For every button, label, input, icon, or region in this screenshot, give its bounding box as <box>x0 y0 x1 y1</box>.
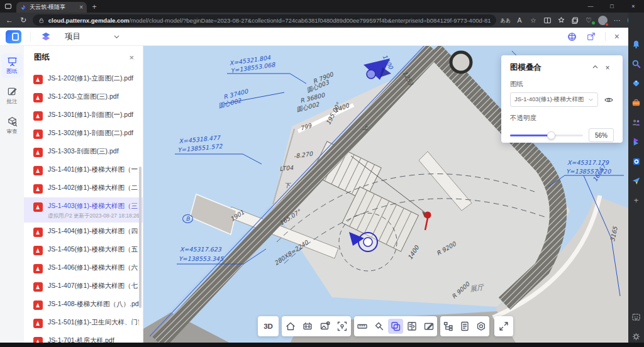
list-item[interactable]: JS-1-501(修1)-卫生间大样、门窗... <box>24 314 143 332</box>
pdf-icon <box>33 319 43 328</box>
drawing-list: JS-1-202(修1)-立面图(二).pdfJS-1-203-立面图(三).p… <box>24 70 143 347</box>
review-icon <box>7 116 18 127</box>
pdf-icon <box>33 228 43 237</box>
file-name: JS-1-303-剖面图(三).pdf <box>48 147 139 156</box>
opacity-slider[interactable] <box>510 130 583 140</box>
panel-close-icon[interactable]: × <box>129 53 134 62</box>
translate-icon[interactable]: ああ <box>499 17 513 24</box>
nav-item-drawings[interactable]: 图纸 <box>1 53 23 78</box>
list-item[interactable]: JS-1-403(修1)-楼梯大样图（三）...虚拟用户2 更新于2023-08… <box>24 197 143 223</box>
messenger-icon[interactable] <box>631 175 641 186</box>
visibility-eye-icon[interactable] <box>604 96 614 104</box>
lock-icon <box>38 17 45 24</box>
settings-menu-icon[interactable]: ⋯ <box>610 16 624 24</box>
profile-badge <box>605 23 609 26</box>
list-item[interactable]: JS-1-401(修1)-楼梯大样图（一）... <box>24 161 143 179</box>
sidebar-settings-gear-icon[interactable] <box>631 331 641 342</box>
viewpoint-snapshot-button[interactable] <box>318 319 333 334</box>
new-tab-button[interactable]: + <box>87 3 102 13</box>
refresh-button[interactable]: ↻ <box>16 16 30 25</box>
markup-drawing-button[interactable] <box>421 319 436 334</box>
fullscreen-button[interactable] <box>496 319 511 334</box>
model-viewport[interactable]: X=45321.804Y=138553.068R 37400圆心002R 790… <box>143 46 628 347</box>
home-view-button[interactable] <box>283 319 298 334</box>
list-item[interactable]: JS-1-406(修1)-楼梯大样图（六）... <box>24 259 143 277</box>
properties-list-button[interactable] <box>457 319 472 334</box>
address-bar[interactable]: cloud.patternx.gemdale.com/model/cloud-m… <box>33 14 496 26</box>
sheet-dropdown[interactable]: JS-1-403(修1)-楼梯大样图（三... <box>510 92 598 107</box>
file-name: JS-1-301(修1)-剖面图(一).pdf <box>48 111 139 119</box>
window-maximize-button[interactable]: □ <box>601 0 623 13</box>
list-item[interactable]: JS-1-407(修1)-楼梯大样图（七）... <box>24 277 143 295</box>
roam-button[interactable] <box>300 319 315 334</box>
search-icon[interactable] <box>631 58 641 69</box>
list-item[interactable]: JS-1-203-立面图(三).pdf <box>24 88 143 106</box>
list-item[interactable]: JS-1-405(修1)-楼梯大样图（五）... <box>24 241 143 259</box>
project-layers-icon <box>41 31 51 41</box>
sidebar-apps-icon[interactable] <box>631 312 641 322</box>
add-sidebar-app-icon[interactable]: + <box>631 195 641 206</box>
list-scrollbar[interactable] <box>139 167 142 308</box>
app-top-bar: 项目 × <box>0 28 628 46</box>
project-selector[interactable]: 项目 <box>38 31 123 42</box>
opacity-slider-handle[interactable] <box>547 131 555 140</box>
notifications-bell-icon[interactable] <box>631 39 641 50</box>
nav-item-annotations[interactable]: 批注 <box>1 84 23 108</box>
favorites-bar-icon[interactable] <box>554 16 568 25</box>
collapse-caret-icon[interactable] <box>589 63 601 72</box>
profile-avatar[interactable] <box>598 16 608 25</box>
measure-button[interactable] <box>355 319 370 334</box>
shopping-badge <box>592 21 595 25</box>
app-logo <box>6 30 21 43</box>
list-item[interactable]: JS-1-301(修1)-剖面图(一).pdf <box>24 106 143 124</box>
file-name: JS-1-401(修1)-楼梯大样图（一）... <box>48 165 139 174</box>
window-close-button[interactable]: × <box>623 0 644 13</box>
locate-button[interactable] <box>335 319 350 334</box>
contacts-icon[interactable] <box>631 117 641 128</box>
list-item[interactable]: JS-1-303-剖面图(三).pdf <box>24 143 143 161</box>
overlay-settings-panel: 图模叠合 × 图纸 JS-1-403(修1)-楼梯大样图（三... 不透明度 <box>501 55 623 143</box>
drawings-icon <box>7 56 18 67</box>
outlook-icon[interactable] <box>631 156 641 167</box>
tag-icon[interactable] <box>631 78 641 89</box>
list-item[interactable]: JS-1-202(修1)-立面图(二).pdf <box>24 70 143 88</box>
browser-tab[interactable]: 天云筑-模随享 × <box>16 2 87 13</box>
app-close-icon[interactable]: × <box>614 31 619 41</box>
overlay-panel-title: 图模叠合 <box>510 62 589 73</box>
nav-label: 审查 <box>7 128 18 136</box>
shopping-icon[interactable]: ♡ <box>582 16 596 24</box>
nav-item-review[interactable]: 审查 <box>1 114 23 138</box>
dynamics-app-icon[interactable] <box>631 136 641 147</box>
overlay-close-icon[interactable]: × <box>601 63 614 72</box>
file-name: JS-1-403(修1)-楼梯大样图（三）... <box>48 202 139 211</box>
read-aloud-icon[interactable]: A <box>513 16 526 24</box>
viewer-settings-button[interactable] <box>474 319 489 334</box>
project-label: 项目 <box>65 31 80 42</box>
list-item[interactable]: JS-1-402(修1)-楼梯大样图（二）... <box>24 179 143 197</box>
mode-3d-button[interactable]: 3D <box>264 322 273 330</box>
favorite-star-icon[interactable]: ☆ <box>526 16 540 24</box>
split-screen-icon[interactable] <box>540 16 554 25</box>
model-tree-button[interactable] <box>441 319 456 334</box>
section-cut-button[interactable] <box>372 319 387 334</box>
drawing-model-overlay-button[interactable] <box>388 319 403 334</box>
opacity-value-box[interactable]: 56% <box>589 128 614 142</box>
browser-toolbar: ← ↻ cloud.patternx.gemdale.com/model/clo… <box>0 13 644 28</box>
list-item[interactable]: JS-1-404(修1)-楼梯大样图（四）... <box>24 223 143 241</box>
window-minimize-button[interactable]: — <box>580 0 601 13</box>
file-name: JS-1-203-立面图(三).pdf <box>48 92 139 101</box>
pdf-icon <box>33 129 43 139</box>
list-item[interactable]: JS-1-302(修1)-剖面图(二).pdf <box>24 124 143 143</box>
pdf-icon <box>33 93 43 102</box>
model-globe-icon[interactable] <box>567 31 577 42</box>
toolbox-icon[interactable] <box>631 97 641 108</box>
share-icon[interactable] <box>586 31 596 41</box>
drawing-compare-button[interactable] <box>404 319 419 334</box>
tab-actions-button[interactable] <box>0 0 16 13</box>
back-button[interactable]: ← <box>3 16 16 25</box>
tab-close-icon[interactable]: × <box>79 4 83 11</box>
collections-icon[interactable] <box>568 16 582 25</box>
divider <box>30 31 31 41</box>
url-text: cloud.patternx.gemdale.com/model/cloud-m… <box>48 17 491 24</box>
list-item[interactable]: JS-1-408-楼梯大样图（八）.pdf <box>24 295 143 314</box>
